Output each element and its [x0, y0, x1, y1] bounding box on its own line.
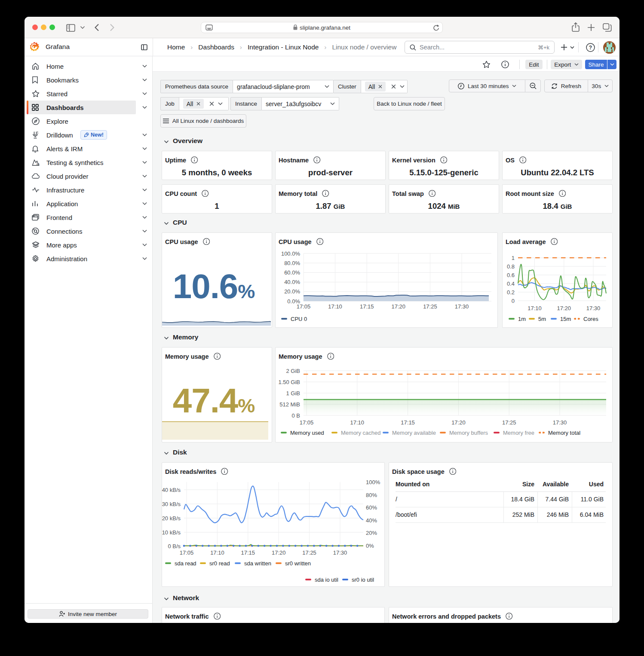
svg-text:17:25: 17:25: [423, 303, 437, 310]
svg-text:0.2: 0.2: [507, 289, 515, 296]
svg-text:40 kB/s: 40 kB/s: [162, 487, 181, 493]
svg-text:80%: 80%: [366, 492, 377, 498]
svg-text:60%: 60%: [366, 504, 377, 511]
svg-text:60.0%: 60.0%: [284, 269, 300, 276]
svg-text:17:30: 17:30: [455, 303, 469, 310]
svg-text:0.6: 0.6: [507, 272, 515, 278]
svg-text:0.4: 0.4: [507, 281, 515, 287]
svg-text:10 kB/s: 10 kB/s: [162, 529, 181, 536]
svg-text:17:05: 17:05: [180, 549, 194, 556]
svg-text:17:20: 17:20: [557, 305, 571, 311]
svg-text:17:20: 17:20: [392, 303, 406, 310]
svg-text:17:10: 17:10: [210, 549, 224, 556]
svg-text:1 GiB: 1 GiB: [286, 390, 300, 397]
svg-text:80.0%: 80.0%: [284, 260, 300, 266]
svg-text:0 B/s: 0 B/s: [168, 543, 181, 549]
svg-text:1: 1: [512, 255, 515, 261]
svg-text:17:30: 17:30: [553, 419, 567, 426]
svg-text:20 kB/s: 20 kB/s: [162, 515, 181, 522]
svg-text:?: ?: [589, 45, 592, 51]
svg-text:0: 0: [512, 298, 515, 304]
svg-text:30 kB/s: 30 kB/s: [162, 501, 181, 507]
svg-text:20%: 20%: [366, 530, 377, 536]
svg-text:20.0%: 20.0%: [284, 288, 300, 295]
svg-text:512 MiB: 512 MiB: [279, 401, 300, 408]
svg-text:17:25: 17:25: [302, 549, 316, 556]
svg-text:0 B: 0 B: [291, 412, 300, 419]
svg-text:40%: 40%: [366, 517, 377, 524]
svg-text:17:15: 17:15: [241, 549, 255, 556]
svg-text:17:20: 17:20: [272, 549, 286, 556]
svg-text:17:05: 17:05: [300, 419, 314, 426]
svg-text:100%: 100%: [366, 479, 380, 485]
svg-text:17:20: 17:20: [451, 419, 466, 426]
svg-text:17:30: 17:30: [586, 305, 601, 311]
svg-text:17:15: 17:15: [401, 419, 415, 426]
svg-text:17:25: 17:25: [502, 419, 516, 426]
svg-text:0.8: 0.8: [507, 263, 515, 270]
svg-text:17:05: 17:05: [297, 303, 311, 310]
svg-text:40.0%: 40.0%: [284, 279, 300, 285]
svg-text:100.0%: 100.0%: [281, 250, 301, 257]
svg-text:17:10: 17:10: [527, 305, 542, 311]
svg-text:17:10: 17:10: [350, 419, 365, 426]
svg-text:17:10: 17:10: [328, 303, 342, 310]
svg-text:k6: k6: [37, 163, 40, 166]
svg-text:17:15: 17:15: [360, 303, 374, 310]
svg-text:2 GiB: 2 GiB: [286, 368, 300, 374]
svg-text:0%: 0%: [366, 543, 374, 549]
svg-text:1.50 GiB: 1.50 GiB: [278, 379, 300, 385]
svg-text:17:30: 17:30: [333, 549, 347, 556]
